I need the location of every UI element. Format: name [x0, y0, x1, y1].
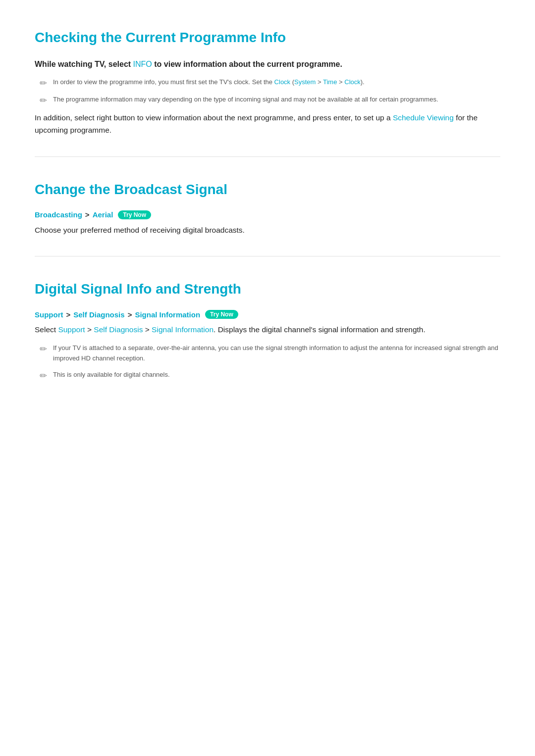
note-item-4: ✏ This is only available for digital cha…	[40, 370, 500, 381]
breadcrumb-sep-3: >	[128, 310, 132, 319]
clock-link[interactable]: Clock	[274, 78, 291, 86]
section-title-broadcast: Change the Broadcast Signal	[35, 172, 500, 198]
support-link-body[interactable]: Support	[58, 325, 85, 334]
system-link-1[interactable]: System	[294, 78, 316, 86]
note-item-2: ✏ The programme information may vary dep…	[40, 95, 500, 106]
breadcrumb-aerial-link[interactable]: Aerial	[93, 210, 113, 219]
intro-paragraph: While watching TV, select INFO to view i…	[35, 58, 500, 70]
divider-2	[35, 256, 500, 256]
pencil-icon-1: ✏	[40, 78, 47, 89]
digital-signal-body-text: Select Support > Self Diagnosis > Signal…	[35, 324, 500, 336]
note-text-1: In order to view the programme info, you…	[53, 77, 365, 88]
section-title-digital-signal: Digital Signal Info and Strength	[35, 271, 500, 297]
pencil-icon-3: ✏	[40, 344, 47, 354]
schedule-viewing-link[interactable]: Schedule Viewing	[393, 113, 454, 122]
note-text-2: The programme information may vary depen…	[53, 95, 438, 105]
signal-information-link-body[interactable]: Signal Information	[152, 325, 214, 334]
note-text-3: If your TV is attached to a separate, ov…	[53, 343, 500, 364]
try-now-badge-signal[interactable]: Try Now	[205, 310, 238, 319]
section-change-broadcast: Change the Broadcast Signal Broadcasting…	[35, 172, 500, 237]
pencil-icon-4: ✏	[40, 370, 47, 381]
breadcrumb-sep-1: >	[85, 210, 90, 219]
info-link[interactable]: INFO	[133, 60, 152, 68]
section-checking-programme: Checking the Current Programme Info Whil…	[35, 20, 500, 137]
note-text-4: This is only available for digital chann…	[53, 370, 170, 380]
section-title-checking: Checking the Current Programme Info	[35, 20, 500, 46]
clock-link-2[interactable]: Clock	[344, 78, 361, 86]
breadcrumb-broadcast: Broadcasting > Aerial Try Now	[35, 210, 500, 219]
breadcrumb-broadcasting-link[interactable]: Broadcasting	[35, 210, 82, 219]
note-item-3: ✏ If your TV is attached to a separate, …	[40, 343, 500, 364]
note-item-1: ✏ In order to view the programme info, y…	[40, 77, 500, 89]
section-digital-signal: Digital Signal Info and Strength Support…	[35, 271, 500, 381]
breadcrumb-self-diagnosis-link[interactable]: Self Diagnosis	[73, 310, 124, 319]
broadcast-body-text: Choose your preferred method of receivin…	[35, 224, 500, 237]
divider-1	[35, 156, 500, 157]
try-now-badge-broadcast[interactable]: Try Now	[118, 210, 151, 219]
breadcrumb-signal-info-link[interactable]: Signal Information	[135, 310, 200, 319]
additional-text: In addition, select right button to view…	[35, 112, 500, 137]
self-diagnosis-link-body[interactable]: Self Diagnosis	[94, 325, 143, 334]
time-link[interactable]: Time	[323, 78, 337, 86]
pencil-icon-2: ✏	[40, 95, 47, 106]
breadcrumb-sep-2: >	[66, 310, 71, 319]
breadcrumb-digital-signal: Support > Self Diagnosis > Signal Inform…	[35, 310, 500, 319]
breadcrumb-support-link[interactable]: Support	[35, 310, 63, 319]
